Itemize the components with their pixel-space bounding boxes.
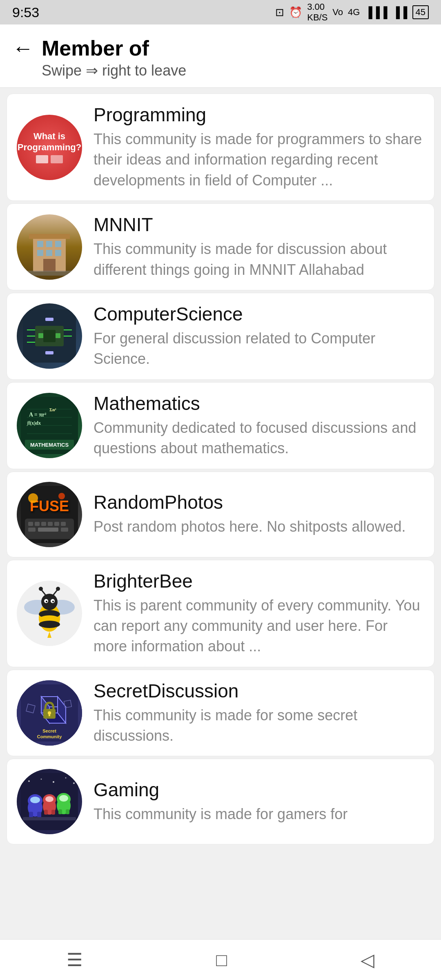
circuit-svg xyxy=(23,310,76,363)
svg-rect-35 xyxy=(28,522,33,526)
svg-line-56 xyxy=(53,590,58,596)
bee-svg xyxy=(23,585,76,642)
svg-rect-36 xyxy=(35,522,40,526)
svg-rect-5 xyxy=(37,250,43,256)
svg-point-96 xyxy=(73,782,75,784)
svg-rect-43 xyxy=(61,528,68,532)
svg-text:∫f(x)dx: ∫f(x)dx xyxy=(27,420,41,426)
svg-text:Σn²: Σn² xyxy=(49,407,56,412)
list-item[interactable]: Gaming This community is made for gamers… xyxy=(7,759,434,844)
vo-indicator: Vo xyxy=(332,7,343,18)
community-name: Programming xyxy=(94,104,424,126)
list-item[interactable]: What isProgramming? Programming This com… xyxy=(7,94,434,201)
avatar: Secret Community xyxy=(17,680,82,746)
alarm-icon: ⏰ xyxy=(289,6,302,19)
svg-marker-62 xyxy=(47,632,51,638)
community-description: This community is made for programmers t… xyxy=(94,129,424,191)
svg-point-61 xyxy=(52,601,54,602)
svg-point-94 xyxy=(53,781,54,783)
svg-rect-79 xyxy=(29,812,33,817)
svg-rect-42 xyxy=(38,528,58,532)
community-description: Post random photos here. No shitposts al… xyxy=(94,517,424,537)
svg-rect-13 xyxy=(38,333,43,338)
community-list: What isProgramming? Programming This com… xyxy=(0,88,441,895)
svg-rect-84 xyxy=(44,810,48,815)
speed-indicator: 3.00KB/S xyxy=(307,2,327,23)
list-item[interactable]: ComputerScience For general discussion r… xyxy=(7,293,434,380)
gaming-svg xyxy=(21,773,78,830)
svg-point-93 xyxy=(41,779,42,780)
signal-icon-2: ▐▐ xyxy=(392,6,408,19)
svg-rect-85 xyxy=(51,810,55,815)
svg-point-78 xyxy=(30,797,40,803)
svg-text:A = πr²: A = πr² xyxy=(29,412,46,418)
home-nav-icon[interactable]: □ xyxy=(216,950,227,970)
community-name: ComputerScience xyxy=(94,303,424,325)
list-item[interactable]: Secret Community SecretDiscussion This c… xyxy=(7,670,434,757)
community-description: This community is made for gamers for xyxy=(94,804,424,824)
header: ← Member of Swipe ⇒ right to leave xyxy=(0,24,441,88)
back-button[interactable]: ← xyxy=(12,38,33,59)
svg-point-53 xyxy=(41,594,58,610)
svg-line-54 xyxy=(41,590,46,596)
svg-rect-8 xyxy=(43,259,56,272)
svg-rect-12 xyxy=(43,330,56,342)
svg-rect-40 xyxy=(61,522,66,526)
avatar xyxy=(17,769,82,834)
community-info: Gaming This community is made for gamers… xyxy=(94,779,424,824)
list-item[interactable]: A = πr² ∫f(x)dx Σn² MATHEMATICS Mathemat… xyxy=(7,382,434,469)
svg-point-52 xyxy=(39,621,60,628)
avatar: A = πr² ∫f(x)dx Σn² MATHEMATICS xyxy=(17,393,82,458)
svg-rect-39 xyxy=(54,522,59,526)
svg-rect-9 xyxy=(25,271,74,276)
list-item[interactable]: BrighterBee This is parent community of … xyxy=(7,560,434,667)
svg-text:MATHEMATICS: MATHEMATICS xyxy=(30,442,69,448)
community-info: MNNIT This community is made for discuss… xyxy=(94,214,424,280)
community-info: ComputerScience For general discussion r… xyxy=(94,303,424,370)
svg-rect-14 xyxy=(56,333,60,338)
list-item[interactable]: FUSE RandomPhotos Post random photos her… xyxy=(7,472,434,557)
svg-rect-38 xyxy=(48,522,53,526)
avatar-label: What isProgramming? xyxy=(18,131,81,153)
math-svg: A = πr² ∫f(x)dx Σn² MATHEMATICS xyxy=(21,397,78,454)
svg-point-46 xyxy=(58,493,65,499)
svg-rect-70 xyxy=(49,713,50,716)
svg-rect-4 xyxy=(55,241,61,247)
community-description: This is parent community of every commun… xyxy=(94,595,424,657)
svg-text:Community: Community xyxy=(37,734,62,739)
svg-point-95 xyxy=(65,777,67,779)
menu-nav-icon[interactable]: ☰ xyxy=(67,949,82,970)
svg-rect-6 xyxy=(46,250,52,256)
svg-rect-89 xyxy=(58,809,62,814)
header-text: Member of Swipe ⇒ right to leave xyxy=(42,36,186,79)
community-description: This community is made for discussion ab… xyxy=(94,239,424,280)
status-bar: 9:53 ⊡ ⏰ 3.00KB/S Vo 4G ▐▐▐ ▐▐ 45 xyxy=(0,0,441,24)
community-name: Mathematics xyxy=(94,392,424,414)
avatar xyxy=(17,303,82,369)
svg-point-45 xyxy=(28,493,38,503)
back-nav-icon[interactable]: ◁ xyxy=(361,949,374,970)
avatar: FUSE xyxy=(17,482,82,547)
status-icons: ⊡ ⏰ 3.00KB/S Vo 4G ▐▐▐ ▐▐ 45 xyxy=(275,2,429,23)
status-time: 9:53 xyxy=(12,4,39,20)
svg-point-60 xyxy=(46,601,47,602)
page-subtitle: Swipe ⇒ right to leave xyxy=(42,62,186,79)
network-4g: 4G xyxy=(348,7,360,18)
svg-rect-91 xyxy=(23,817,76,820)
community-name: Gaming xyxy=(94,779,424,801)
list-item[interactable]: MNNIT This community is made for discuss… xyxy=(7,203,434,290)
svg-point-55 xyxy=(39,587,43,591)
svg-rect-41 xyxy=(28,528,36,532)
svg-rect-37 xyxy=(41,522,46,526)
svg-text:Secret: Secret xyxy=(42,728,56,733)
svg-rect-3 xyxy=(46,241,52,247)
random-svg: FUSE xyxy=(21,486,78,543)
secret-svg: Secret Community xyxy=(21,684,78,742)
svg-rect-21 xyxy=(45,351,53,354)
community-name: SecretDiscussion xyxy=(94,680,424,702)
building-svg xyxy=(25,218,74,276)
svg-rect-2 xyxy=(37,241,43,247)
avatar xyxy=(17,581,82,646)
avatar: What isProgramming? xyxy=(17,115,82,180)
community-name: MNNIT xyxy=(94,214,424,236)
